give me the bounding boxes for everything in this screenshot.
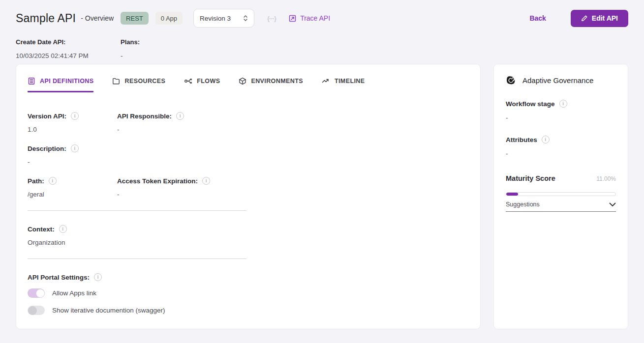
tab-timeline[interactable]: TIMELINE — [322, 77, 365, 92]
field-path: Path: i /geral — [28, 177, 117, 198]
workflow-stage-header: Workflow stage i — [506, 100, 616, 108]
document-icon — [28, 77, 35, 85]
workflow-stage-value: - — [506, 114, 616, 121]
toggle-knob — [28, 306, 37, 315]
info-icon: i — [49, 177, 57, 185]
section-divider — [28, 210, 246, 211]
show-swagger-doc-toggle[interactable] — [28, 306, 45, 315]
plans-label: Plans: — [121, 38, 225, 46]
field-access-token-expiration: Access Token Expiration: i - — [117, 177, 210, 198]
field-version-api: Version API: i 1.0 — [28, 112, 117, 133]
revision-select-value: Revision 3 — [200, 15, 231, 22]
show-swagger-doc-row: Show iterative documention (swagger) — [28, 306, 469, 315]
maturity-score-header: Maturity Score 11.00% — [506, 174, 616, 182]
api-portal-settings-header: API Portal Settings: i — [28, 273, 469, 281]
api-overview-page: { "header": { "title": "Sample API", "su… — [0, 0, 644, 343]
attributes-header: Attributes i — [506, 136, 616, 143]
api-definitions-card: API DEFINITIONS RESOURCES FLOWS — [16, 64, 481, 329]
field-api-responsible: API Responsible: i - — [117, 112, 184, 133]
page-subtitle: - Overview — [81, 14, 114, 22]
pencil-icon — [581, 15, 588, 22]
page-title: Sample API — [16, 12, 76, 25]
version-api-label: Version API: — [28, 113, 66, 120]
allow-apps-link-row: Allow Apps link — [28, 288, 469, 298]
info-icon: i — [59, 225, 67, 233]
apps-count-badge: 0 App — [155, 12, 183, 25]
info-icon: i — [176, 112, 184, 120]
access-token-expiration-value: - — [117, 191, 210, 198]
show-swagger-doc-label: Show iterative documention (swagger) — [52, 307, 165, 314]
workflow-stage-label: Workflow stage — [506, 100, 555, 108]
plans-value: - — [121, 52, 225, 59]
back-link[interactable]: Back — [529, 14, 546, 22]
create-date-value: 10/03/2025 02:41:47 PM — [16, 52, 121, 59]
maturity-score-label: Maturity Score — [506, 174, 555, 182]
plans-block: Plans: - — [121, 38, 225, 59]
tab-api-definitions[interactable]: API DEFINITIONS — [28, 77, 93, 92]
definition-fields: Version API: i 1.0 API Responsible: i - … — [28, 112, 469, 315]
api-responsible-label: API Responsible: — [117, 113, 172, 120]
description-value: - — [28, 158, 79, 166]
cube-icon — [239, 77, 246, 85]
context-label: Context: — [28, 226, 55, 233]
revision-select[interactable]: Revision 3 — [193, 9, 254, 28]
governance-title: Adaptive Governance — [522, 76, 593, 85]
api-responsible-value: - — [117, 126, 184, 133]
attributes-value: - — [506, 150, 616, 157]
info-icon: i — [542, 136, 550, 143]
api-type-badge: REST — [121, 12, 149, 25]
version-api-value: 1.0 — [28, 126, 117, 133]
toggle-knob — [36, 289, 45, 298]
maturity-score-value: 11.00% — [596, 175, 616, 182]
tab-label: API DEFINITIONS — [40, 78, 93, 85]
tab-label: ENVIRONMENTS — [251, 78, 303, 85]
governance-logo-icon — [506, 75, 516, 86]
suggestions-dropdown[interactable]: Suggestions — [506, 201, 616, 212]
info-icon: i — [71, 112, 79, 120]
adaptive-governance-card: Adaptive Governance Workflow stage i - A… — [493, 64, 628, 329]
trace-api-label: Trace API — [300, 14, 330, 22]
create-date-label: Create Date API: — [16, 38, 121, 46]
governance-header: Adaptive Governance — [506, 75, 616, 86]
tab-label: TIMELINE — [335, 78, 365, 85]
tab-label: RESOURCES — [124, 78, 165, 85]
suggestions-label: Suggestions — [506, 201, 540, 208]
info-icon: i — [559, 100, 567, 108]
header-title-row: Sample API - Overview REST 0 App Revisio… — [16, 9, 628, 28]
path-value: /geral — [28, 191, 117, 198]
context-value: Organization — [28, 239, 67, 246]
header: Sample API - Overview REST 0 App Revisio… — [16, 9, 628, 59]
path-label: Path: — [28, 177, 44, 185]
tab-environments[interactable]: ENVIRONMENTS — [239, 77, 303, 92]
field-description: Description: i - — [28, 144, 79, 166]
chevron-down-icon — [609, 202, 616, 207]
edit-api-button[interactable]: Edit API — [571, 10, 628, 27]
info-icon: i — [202, 177, 210, 185]
maturity-progress-fill — [506, 193, 518, 196]
tab-label: FLOWS — [197, 78, 220, 85]
create-date-block: Create Date API: 10/03/2025 02:41:47 PM — [16, 38, 121, 59]
folder-icon — [112, 77, 120, 85]
info-icon: i — [94, 273, 102, 281]
description-label: Description: — [28, 145, 66, 152]
field-context: Context: i Organization — [28, 225, 67, 246]
allow-apps-link-label: Allow Apps link — [52, 289, 96, 297]
tabs-bar: API DEFINITIONS RESOURCES FLOWS — [28, 77, 469, 92]
trace-api-link[interactable]: Trace API — [289, 14, 330, 22]
timeline-icon — [322, 77, 330, 85]
tab-flows[interactable]: FLOWS — [184, 77, 220, 92]
allow-apps-link-toggle[interactable] — [28, 288, 45, 298]
code-braces-icon: {···} — [267, 15, 276, 22]
access-token-expiration-label: Access Token Expiration: — [117, 177, 198, 185]
api-portal-settings-label: API Portal Settings: — [28, 274, 90, 281]
attributes-label: Attributes — [506, 136, 537, 143]
external-link-icon — [289, 15, 296, 22]
header-meta-row: Create Date API: 10/03/2025 02:41:47 PM … — [16, 38, 628, 59]
maturity-progress-bar — [506, 192, 616, 196]
section-divider — [28, 258, 246, 259]
edit-api-label: Edit API — [592, 14, 618, 22]
tab-resources[interactable]: RESOURCES — [112, 77, 165, 92]
info-icon: i — [71, 144, 79, 152]
flow-icon — [184, 77, 192, 85]
stepper-icon — [243, 15, 248, 22]
